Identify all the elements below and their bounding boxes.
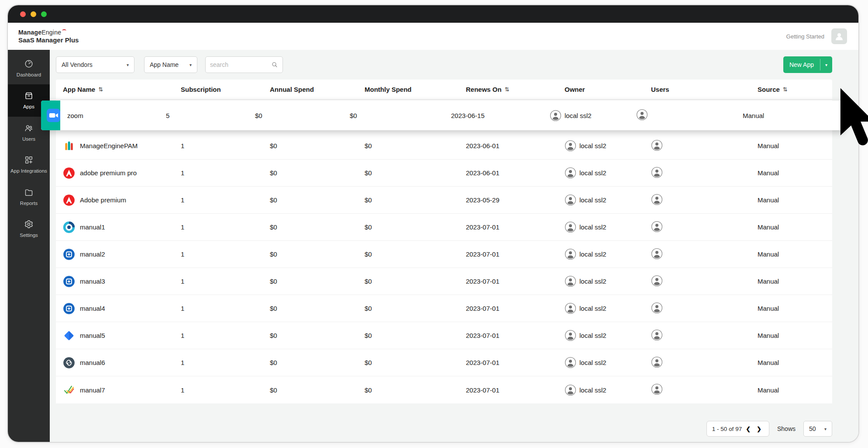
table-row[interactable]: manual51$0$02023-07-01local ssl2Manual: [56, 322, 832, 349]
cell-monthly-spend: $0: [365, 386, 466, 394]
cell-users: [651, 329, 758, 342]
table-row[interactable]: ManageEnginePAM1$0$02023-06-01local ssl2…: [56, 132, 832, 160]
product-name: SaaS Manager Plus: [18, 36, 79, 44]
field-filter-select[interactable]: App Name ▾: [144, 56, 197, 73]
sidebar-item-app-integrations[interactable]: App Integrations: [8, 149, 50, 181]
owner-name-text: local ssl2: [579, 305, 606, 312]
app-name-text: manual2: [80, 250, 105, 258]
column-header-renews-on[interactable]: Renews On ⇅: [466, 86, 565, 93]
column-header-app-name[interactable]: App Name ⇅: [56, 86, 181, 93]
cell-app-name: manual1: [56, 221, 181, 233]
search-box: [205, 56, 283, 73]
cell-app-name: ManageEnginePAM: [56, 140, 181, 152]
cell-annual-spend: $0: [270, 278, 365, 285]
owner-name-text: local ssl2: [579, 250, 606, 258]
app-name-text: manual1: [80, 223, 105, 231]
cell-app-name: adobe premium pro: [56, 167, 181, 179]
page: ManageEngine SaaS Manager Plus Getting S…: [0, 0, 868, 448]
cell-owner: local ssl2: [565, 248, 651, 260]
cell-subscription: 1: [181, 386, 270, 394]
sort-icon[interactable]: ⇅: [98, 86, 103, 93]
table-row[interactable]: manual31$0$02023-07-01local ssl2Manual: [56, 268, 832, 295]
chevron-down-icon: ▾: [189, 63, 192, 67]
app-integrations-icon: [24, 155, 34, 165]
cell-app-name: zoom: [41, 112, 166, 119]
pagination-range: 1 - 50 of 97: [712, 426, 742, 432]
owner-avatar-icon: [550, 110, 561, 122]
cell-users: [651, 275, 758, 288]
owner-name-text: local ssl2: [579, 142, 606, 149]
column-header-monthly-spend: Monthly Spend: [365, 86, 466, 93]
cell-annual-spend: $0: [270, 332, 365, 339]
cell-renews-on: 2023-07-01: [466, 332, 565, 339]
page-size-select[interactable]: 50 ▾: [803, 421, 832, 437]
owner-avatar-icon: [565, 330, 576, 341]
app-name-text: manual5: [80, 332, 105, 339]
owner-avatar-icon: [565, 302, 576, 314]
blue-app-icon: [63, 248, 75, 260]
users-avatar-icon: [636, 109, 648, 121]
close-window-button[interactable]: [20, 11, 26, 17]
table-row[interactable]: Adobe premium1$0$02023-05-29local ssl2Ma…: [56, 187, 832, 214]
column-header-source[interactable]: Source ⇅: [758, 86, 832, 93]
prev-page-button[interactable]: ❮: [744, 426, 753, 432]
table-row[interactable]: manual41$0$02023-07-01local ssl2Manual: [56, 295, 832, 322]
table-row[interactable]: manual61$0$02023-07-01local ssl2Manual: [56, 349, 832, 376]
table-row[interactable]: adobe premium pro1$0$02023-06-01local ss…: [56, 160, 832, 187]
person-icon: [834, 31, 844, 42]
settings-icon: [24, 219, 34, 229]
owner-avatar-icon: [565, 384, 576, 396]
fullscreen-window-button[interactable]: [41, 11, 47, 17]
profile-avatar[interactable]: [831, 28, 847, 44]
table-row[interactable]: manual71$0$02023-07-01local ssl2Manual: [56, 376, 832, 403]
users-avatar-icon: [651, 302, 663, 314]
cell-monthly-spend: $0: [365, 250, 466, 258]
sort-icon[interactable]: ⇅: [505, 86, 510, 93]
cell-owner: local ssl2: [565, 357, 651, 368]
cell-app-name: manual3: [56, 275, 181, 288]
app-name-text: ManageEnginePAM: [80, 142, 138, 149]
owner-name-text: local ssl2: [565, 112, 592, 119]
owner-avatar-icon: [565, 248, 576, 260]
app-name-text: manual4: [80, 305, 105, 312]
cell-subscription: 1: [181, 250, 270, 258]
owner-name-text: local ssl2: [579, 386, 606, 394]
app-header: ManageEngine SaaS Manager Plus Getting S…: [8, 23, 858, 50]
next-page-button[interactable]: ❯: [754, 426, 764, 432]
sidebar-item-settings[interactable]: Settings: [8, 213, 50, 245]
cell-renews-on: 2023-05-29: [466, 196, 565, 204]
table-row[interactable]: zoom5$0$02023-06-15local ssl2Manual: [41, 101, 844, 130]
new-app-button[interactable]: New App ▾: [783, 56, 832, 73]
cell-monthly-spend: $0: [365, 223, 466, 231]
blue-app-icon: [63, 275, 75, 288]
cell-owner: local ssl2: [565, 384, 651, 396]
sidebar-item-dashboard[interactable]: Dashboard: [8, 52, 50, 84]
getting-started-link[interactable]: Getting Started: [786, 33, 824, 40]
app-name-text: manual6: [80, 359, 105, 366]
cell-users: [636, 109, 743, 122]
adobe-icon: [63, 167, 75, 179]
cell-monthly-spend: $0: [365, 278, 466, 285]
table-row[interactable]: manual11$0$02023-07-01local ssl2Manual: [56, 214, 832, 241]
brand-name: ManageEngine: [18, 29, 79, 36]
owner-name-text: local ssl2: [579, 196, 606, 204]
diamond-app-icon: [63, 330, 75, 342]
cell-monthly-spend: $0: [365, 196, 466, 204]
minimize-window-button[interactable]: [31, 11, 36, 17]
table-row[interactable]: manual21$0$02023-07-01local ssl2Manual: [56, 241, 832, 268]
search-input[interactable]: [210, 61, 271, 68]
table-rows: zoom5$0$02023-06-15local ssl2ManualManag…: [56, 101, 832, 403]
cell-users: [651, 221, 758, 234]
owner-avatar-icon: [565, 140, 576, 152]
sort-icon[interactable]: ⇅: [783, 86, 788, 93]
users-avatar-icon: [651, 275, 663, 287]
cell-renews-on: 2023-07-01: [466, 250, 565, 258]
cell-annual-spend: $0: [270, 196, 365, 204]
sidebar-item-reports[interactable]: Reports: [8, 181, 50, 213]
apps-table: App Name ⇅ Subscription Annual Spend Mon…: [56, 80, 832, 403]
cell-app-name: manual5: [56, 330, 181, 342]
cell-source: Manual: [758, 223, 832, 231]
vendor-filter-select[interactable]: All Vendors ▾: [56, 56, 134, 73]
app-name-text: manual7: [80, 386, 105, 394]
users-icon: [24, 123, 34, 133]
